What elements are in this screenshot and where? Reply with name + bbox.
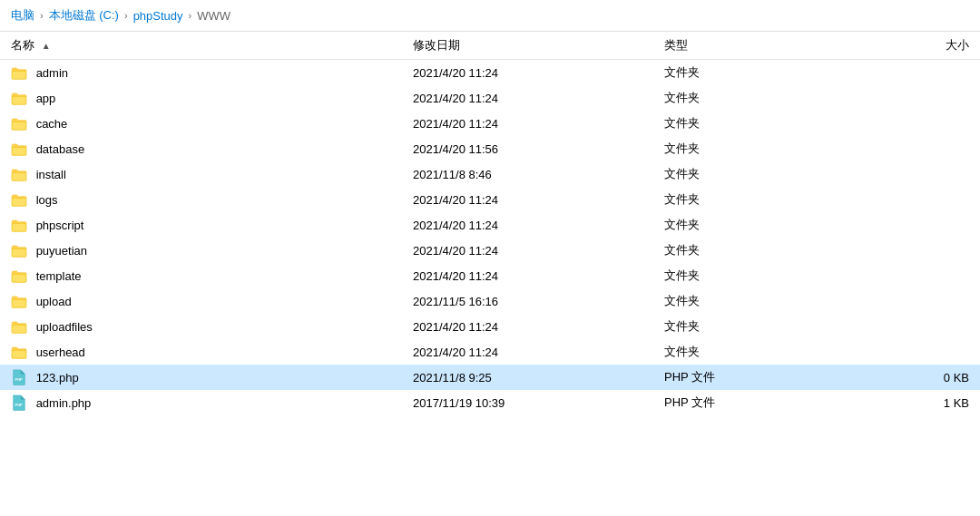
breadcrumb-phpstudy[interactable]: phpStudy xyxy=(133,9,183,23)
cell-type: PHP 文件 xyxy=(653,390,855,415)
cell-size xyxy=(855,263,980,288)
breadcrumb-www: WWW xyxy=(197,9,230,23)
folder-icon xyxy=(11,346,27,359)
table-row[interactable]: PHP admin.php 2017/11/19 10:39 PHP 文件 1 … xyxy=(0,390,980,415)
item-name-label: database xyxy=(36,142,85,156)
cell-date: 2021/4/20 11:24 xyxy=(402,111,653,136)
cell-type: 文件夹 xyxy=(653,263,855,288)
cell-name: PHP 123.php xyxy=(0,365,402,390)
cell-name: uploadfiles xyxy=(0,314,402,339)
cell-size xyxy=(855,339,980,365)
cell-type: 文件夹 xyxy=(653,314,855,339)
cell-type: 文件夹 xyxy=(653,85,855,111)
table-row[interactable]: puyuetian 2021/4/20 11:24 文件夹 xyxy=(0,238,980,263)
cell-size xyxy=(855,288,980,314)
php-file-icon: PHP xyxy=(11,394,27,411)
cell-size: 0 KB xyxy=(855,365,980,390)
cell-date: 2021/4/20 11:24 xyxy=(402,187,653,212)
item-name-label: install xyxy=(36,168,66,181)
cell-size xyxy=(855,238,980,263)
cell-date: 2021/4/20 11:24 xyxy=(402,212,653,238)
cell-size xyxy=(855,314,980,339)
table-row[interactable]: phpscript 2021/4/20 11:24 文件夹 xyxy=(0,212,980,238)
col-header-name[interactable]: 名称 ▲ xyxy=(0,32,402,60)
item-name-label: logs xyxy=(36,193,58,207)
cell-name: logs xyxy=(0,187,402,212)
cell-date: 2021/11/5 16:16 xyxy=(402,288,653,314)
folder-icon xyxy=(11,245,27,258)
breadcrumb-pc[interactable]: 电脑 xyxy=(11,7,34,24)
cell-name: database xyxy=(0,136,402,161)
cell-size xyxy=(855,111,980,136)
cell-size xyxy=(855,187,980,212)
folder-icon xyxy=(11,194,27,207)
cell-type: 文件夹 xyxy=(653,161,855,187)
folder-icon xyxy=(11,67,27,80)
table-row[interactable]: upload 2021/11/5 16:16 文件夹 xyxy=(0,288,980,314)
cell-size: 1 KB xyxy=(855,390,980,415)
cell-date: 2021/4/20 11:24 xyxy=(402,238,653,263)
table-row[interactable]: database 2021/4/20 11:56 文件夹 xyxy=(0,136,980,161)
item-name-label: 123.php xyxy=(36,371,79,385)
col-header-type[interactable]: 类型 xyxy=(653,32,855,60)
table-row[interactable]: install 2021/11/8 8:46 文件夹 xyxy=(0,161,980,187)
cell-type: 文件夹 xyxy=(653,339,855,365)
table-row[interactable]: template 2021/4/20 11:24 文件夹 xyxy=(0,263,980,288)
table-row[interactable]: logs 2021/4/20 11:24 文件夹 xyxy=(0,187,980,212)
cell-date: 2021/4/20 11:56 xyxy=(402,136,653,161)
cell-size xyxy=(855,212,980,238)
cell-name: template xyxy=(0,263,402,288)
cell-date: 2021/4/20 11:24 xyxy=(402,263,653,288)
folder-icon xyxy=(11,270,27,283)
cell-type: 文件夹 xyxy=(653,212,855,238)
col-header-size[interactable]: 大小 xyxy=(855,32,980,60)
breadcrumb-c-drive[interactable]: 本地磁盘 (C:) xyxy=(49,7,119,24)
item-name-label: puyuetian xyxy=(36,244,87,258)
cell-name: phpscript xyxy=(0,212,402,238)
svg-text:PHP: PHP xyxy=(15,377,24,382)
cell-type: PHP 文件 xyxy=(653,365,855,390)
cell-date: 2017/11/19 10:39 xyxy=(402,390,653,415)
col-name-label: 名称 xyxy=(11,38,34,52)
table-row[interactable]: admin 2021/4/20 11:24 文件夹 xyxy=(0,60,980,86)
cell-type: 文件夹 xyxy=(653,111,855,136)
cell-size xyxy=(855,85,980,111)
cell-name: PHP admin.php xyxy=(0,390,402,415)
item-name-label: uploadfiles xyxy=(36,320,93,334)
table-row[interactable]: userhead 2021/4/20 11:24 文件夹 xyxy=(0,339,980,365)
cell-name: app xyxy=(0,85,402,111)
item-name-label: admin xyxy=(36,66,68,80)
breadcrumb: 电脑 › 本地磁盘 (C:) › phpStudy › WWW xyxy=(0,0,980,32)
folder-icon xyxy=(11,321,27,334)
cell-date: 2021/11/8 8:46 xyxy=(402,161,653,187)
item-name-label: template xyxy=(36,269,82,283)
table-row[interactable]: PHP 123.php 2021/11/8 9:25 PHP 文件 0 KB xyxy=(0,365,980,390)
col-header-date[interactable]: 修改日期 xyxy=(402,32,653,60)
cell-name: admin xyxy=(0,60,402,86)
item-name-label: userhead xyxy=(36,346,85,359)
cell-type: 文件夹 xyxy=(653,60,855,86)
folder-icon xyxy=(11,169,27,181)
file-list-container: 名称 ▲ 修改日期 类型 大小 admin 2021/4/20 11: xyxy=(0,32,980,511)
item-name-label: phpscript xyxy=(36,219,84,232)
col-size-label: 大小 xyxy=(946,38,969,52)
table-row[interactable]: cache 2021/4/20 11:24 文件夹 xyxy=(0,111,980,136)
table-row[interactable]: uploadfiles 2021/4/20 11:24 文件夹 xyxy=(0,314,980,339)
cell-name: userhead xyxy=(0,339,402,365)
col-date-label: 修改日期 xyxy=(413,38,460,52)
cell-name: install xyxy=(0,161,402,187)
cell-date: 2021/4/20 11:24 xyxy=(402,314,653,339)
cell-size xyxy=(855,60,980,86)
item-name-label: admin.php xyxy=(36,396,92,410)
sort-arrow-name: ▲ xyxy=(42,41,51,51)
file-tbody: admin 2021/4/20 11:24 文件夹 app 2021/4/20 … xyxy=(0,60,980,416)
table-row[interactable]: app 2021/4/20 11:24 文件夹 xyxy=(0,85,980,111)
folder-icon xyxy=(11,296,27,308)
cell-type: 文件夹 xyxy=(653,288,855,314)
item-name-label: app xyxy=(36,92,56,105)
svg-text:PHP: PHP xyxy=(15,403,24,407)
cell-date: 2021/4/20 11:24 xyxy=(402,339,653,365)
cell-date: 2021/11/8 9:25 xyxy=(402,365,653,390)
folder-icon xyxy=(11,92,27,105)
cell-name: cache xyxy=(0,111,402,136)
